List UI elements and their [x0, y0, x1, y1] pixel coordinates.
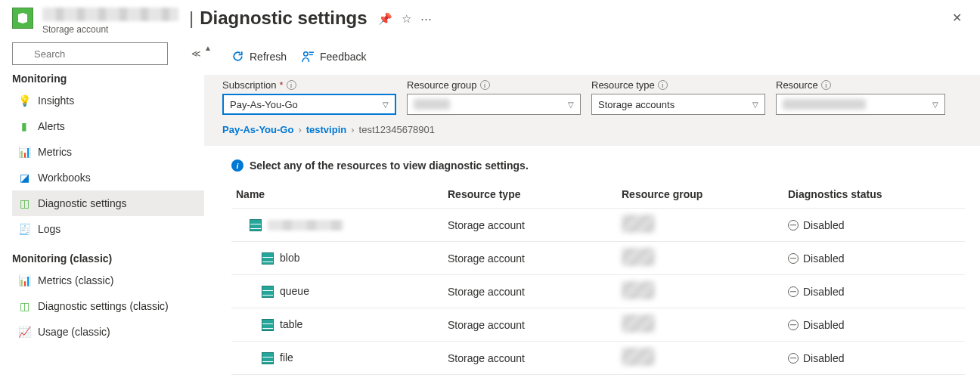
info-icon: i — [231, 159, 243, 172]
sidebar-item-metrics[interactable]: 📊Metrics — [12, 139, 204, 165]
resource-name-redacted — [268, 220, 343, 231]
section-monitoring-label: Monitoring — [12, 73, 67, 85]
collapse-sidebar-button[interactable]: ≪ — [188, 45, 204, 62]
refresh-icon — [231, 50, 244, 63]
sidebar-item-usage-classic[interactable]: 📈Usage (classic) — [12, 319, 204, 345]
table-row[interactable]: Storage account Disabled — [231, 209, 965, 242]
sidebar: ≪ Monitoring 💡Insights ▮Alerts 📊Metrics … — [0, 39, 204, 375]
breadcrumb-separator: › — [298, 124, 301, 135]
chevron-down-icon: ▽ — [568, 101, 574, 109]
sidebar-item-label: Usage (classic) — [38, 326, 110, 338]
cell-name: table — [280, 318, 302, 330]
filter-label-text: Resource group — [407, 79, 477, 91]
sidebar-item-diagnostic-settings[interactable]: ◫Diagnostic settings — [12, 190, 204, 216]
filter-label-text: Subscription — [222, 79, 277, 91]
feedback-button[interactable]: Feedback — [302, 50, 366, 63]
cell-rg-redacted — [622, 348, 655, 366]
refresh-button[interactable]: Refresh — [231, 50, 287, 63]
info-icon[interactable]: i — [287, 80, 296, 90]
header-text: Storage account — [42, 8, 178, 35]
diagnostic-icon: ◫ — [18, 300, 30, 312]
col-resourcetype-header[interactable]: Resource type — [443, 182, 617, 209]
sidebar-item-diagnostic-classic[interactable]: ◫Diagnostic settings (classic) — [12, 293, 204, 319]
sidebar-item-label: Alerts — [38, 120, 65, 132]
info-banner-text: Select any of the resources to view diag… — [250, 159, 529, 172]
breadcrumb-link-rg[interactable]: testvipin — [306, 124, 346, 135]
subscription-select[interactable]: Pay-As-You-Go▽ — [222, 94, 396, 115]
sidebar-item-label: Insights — [38, 94, 74, 107]
disabled-icon — [788, 320, 799, 330]
table-row[interactable]: table Storage account Disabled — [231, 308, 965, 342]
section-classic-label: Monitoring (classic) — [12, 252, 112, 265]
logs-icon: 🧾 — [18, 223, 30, 235]
info-icon[interactable]: i — [480, 80, 490, 90]
svg-point-2 — [304, 52, 308, 56]
usage-icon: 📈 — [18, 326, 30, 338]
metrics-icon: 📊 — [18, 274, 30, 286]
disabled-icon — [788, 220, 799, 231]
info-banner: i Select any of the resources to view di… — [204, 146, 980, 182]
workbook-icon: ◪ — [18, 172, 30, 184]
cell-name: blob — [280, 252, 299, 264]
table-row[interactable]: queue Storage account Disabled — [231, 275, 965, 308]
page-title: Diagnostic settings — [200, 8, 367, 29]
storage-icon — [262, 286, 274, 298]
pane-toggle-caret[interactable]: ▲ — [204, 44, 212, 52]
sidebar-item-logs[interactable]: 🧾Logs — [12, 216, 204, 242]
breadcrumb: Pay-As-You-Go › testvipin › test12345678… — [222, 124, 980, 135]
col-name-header[interactable]: Name — [231, 182, 443, 209]
lightbulb-icon: 💡 — [18, 94, 30, 107]
storage-icon — [262, 352, 274, 364]
refresh-label: Refresh — [250, 51, 287, 63]
table-row[interactable]: blob Storage account Disabled — [231, 242, 965, 275]
title-separator: | — [189, 8, 194, 29]
resource-select[interactable]: ▽ — [776, 94, 945, 115]
disabled-icon — [788, 253, 799, 264]
sidebar-item-alerts[interactable]: ▮Alerts — [12, 113, 204, 139]
section-monitoring-header[interactable]: Monitoring — [12, 73, 204, 85]
breadcrumb-current: test12345678901 — [359, 124, 435, 135]
breadcrumb-separator: › — [351, 124, 354, 135]
table-row[interactable]: file Storage account Disabled — [231, 342, 965, 375]
filter-resource-group: Resource group i ▽ — [407, 79, 581, 115]
cell-resource-type: Storage account — [443, 342, 617, 375]
cell-name: file — [280, 351, 293, 364]
resource-group-select[interactable]: ▽ — [407, 94, 581, 115]
storage-icon — [250, 219, 262, 231]
star-icon[interactable]: ☆ — [402, 12, 411, 26]
disabled-icon — [788, 286, 799, 297]
filter-subscription: Subscription * i Pay-As-You-Go▽ — [222, 79, 396, 115]
alert-icon: ▮ — [18, 120, 30, 132]
sidebar-item-workbooks[interactable]: ◪Workbooks — [12, 165, 204, 190]
cell-rg-redacted — [622, 215, 655, 233]
resource-type-select[interactable]: Storage accounts▽ — [591, 94, 765, 115]
resource-type-label: Storage account — [42, 24, 178, 35]
disabled-icon — [788, 353, 799, 364]
chevron-down-icon: ▽ — [383, 101, 389, 109]
section-classic-header[interactable]: Monitoring (classic) — [12, 252, 204, 265]
cell-name: queue — [280, 285, 309, 297]
cell-status: Disabled — [803, 286, 844, 298]
select-value-redacted — [414, 99, 450, 110]
cell-resource-type: Storage account — [443, 242, 617, 275]
pin-icon[interactable]: 📌 — [378, 12, 392, 26]
col-status-header[interactable]: Diagnostics status — [783, 182, 965, 209]
filter-resource: Resource i ▽ — [776, 79, 945, 115]
breadcrumb-link-subscription[interactable]: Pay-As-You-Go — [222, 124, 293, 135]
filter-label-text: Resource type — [591, 79, 655, 91]
close-button[interactable]: ✕ — [946, 8, 968, 28]
sidebar-item-insights[interactable]: 💡Insights — [12, 88, 204, 113]
filter-bar: Subscription * i Pay-As-You-Go▽ Resource… — [204, 75, 980, 146]
select-value-redacted — [783, 99, 866, 110]
col-resourcegroup-header[interactable]: Resource group — [617, 182, 783, 209]
cell-resource-type: Storage account — [443, 275, 617, 308]
cell-resource-type: Storage account — [443, 308, 617, 342]
info-icon[interactable]: i — [658, 80, 668, 90]
select-value: Pay-As-You-Go — [230, 99, 298, 110]
more-icon[interactable]: ⋯ — [420, 12, 432, 26]
storage-icon — [262, 252, 274, 265]
info-icon[interactable]: i — [821, 80, 831, 90]
sidebar-item-metrics-classic[interactable]: 📊Metrics (classic) — [12, 268, 204, 293]
sidebar-search-input[interactable] — [12, 42, 168, 65]
storage-icon — [262, 319, 274, 331]
